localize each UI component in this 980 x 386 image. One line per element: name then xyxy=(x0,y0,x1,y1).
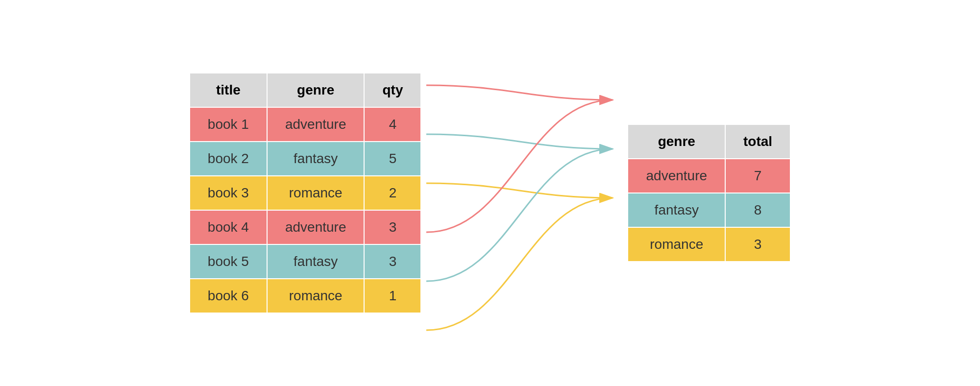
table-row: book 2 fantasy 5 xyxy=(190,142,421,176)
right-table-wrap: genre total adventure 7 fantasy 8 romanc… xyxy=(627,124,791,262)
table-row: romance 3 xyxy=(628,227,790,262)
table-row: fantasy 8 xyxy=(628,193,790,227)
col-header-genre: genre xyxy=(267,73,365,107)
col-header-genre-right: genre xyxy=(628,124,725,159)
table-row: book 1 adventure 4 xyxy=(190,107,421,142)
cell-total: 8 xyxy=(725,193,790,227)
arrows-svg xyxy=(421,22,627,364)
cell-qty: 3 xyxy=(364,244,421,279)
cell-title: book 2 xyxy=(190,142,267,176)
table-row: book 3 romance 2 xyxy=(190,176,421,210)
cell-genre: fantasy xyxy=(267,142,365,176)
cell-total: 3 xyxy=(725,227,790,262)
table-row: adventure 7 xyxy=(628,159,790,193)
cell-genre-right: fantasy xyxy=(628,193,725,227)
col-header-qty: qty xyxy=(364,73,421,107)
cell-title: book 3 xyxy=(190,176,267,210)
cell-title: book 1 xyxy=(190,107,267,142)
cell-title: book 5 xyxy=(190,244,267,279)
cell-qty: 1 xyxy=(364,279,421,313)
table-row: book 4 adventure 3 xyxy=(190,210,421,244)
arrows-area xyxy=(421,22,627,364)
cell-total: 7 xyxy=(725,159,790,193)
cell-genre: fantasy xyxy=(267,244,365,279)
cell-qty: 4 xyxy=(364,107,421,142)
left-table: title genre qty book 1 adventure 4 book … xyxy=(189,72,422,314)
right-table: genre total adventure 7 fantasy 8 romanc… xyxy=(627,124,791,262)
col-header-title: title xyxy=(190,73,267,107)
main-container: title genre qty book 1 adventure 4 book … xyxy=(189,22,791,364)
cell-qty: 5 xyxy=(364,142,421,176)
cell-genre: adventure xyxy=(267,210,365,244)
cell-genre-right: romance xyxy=(628,227,725,262)
table-row: book 5 fantasy 3 xyxy=(190,244,421,279)
col-header-total: total xyxy=(725,124,790,159)
cell-genre-right: adventure xyxy=(628,159,725,193)
cell-qty: 2 xyxy=(364,176,421,210)
left-table-wrap: title genre qty book 1 adventure 4 book … xyxy=(189,72,422,314)
cell-title: book 4 xyxy=(190,210,267,244)
cell-qty: 3 xyxy=(364,210,421,244)
cell-genre: romance xyxy=(267,279,365,313)
cell-title: book 6 xyxy=(190,279,267,313)
cell-genre: adventure xyxy=(267,107,365,142)
table-row: book 6 romance 1 xyxy=(190,279,421,313)
cell-genre: romance xyxy=(267,176,365,210)
